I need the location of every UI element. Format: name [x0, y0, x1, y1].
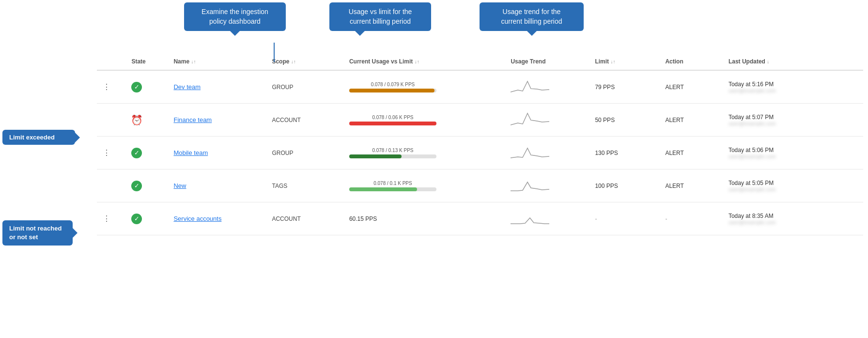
callout-usage-vs-limit-text: Usage vs limit for thecurrent billing pe… [349, 8, 412, 25]
check-icon: ✓ [131, 214, 142, 224]
row-state: ✓ [125, 137, 168, 169]
callout-limit-exceeded-text: Limit exceeded [9, 134, 55, 141]
row-usage: 0.078 / 0.1 K PPS [343, 169, 505, 202]
row-scope: TAGS [266, 169, 343, 202]
updated-email: user@example.com [728, 121, 857, 126]
limit-sort-icon: ↓↑ [610, 59, 615, 64]
row-dots-menu[interactable]: ⋮ [97, 137, 125, 169]
table-row: ⋮✓Service accountsACCOUNT60.15 PPS -- To… [97, 202, 863, 235]
policy-name-link[interactable]: Finance team [173, 116, 212, 123]
row-limit: 130 PPS [589, 137, 659, 169]
action-value: ALERT [665, 117, 683, 123]
callout-ingestion-text: Examine the ingestion policy dashboard [202, 8, 268, 25]
usage-bar-label: 0.078 / 0.079 K PPS [349, 82, 436, 87]
limit-value: 50 PPS [595, 117, 615, 123]
row-state: ⏰ [125, 104, 168, 137]
table-row: ⋮✓Mobile teamGROUP 0.078 / 0.13 K PPS 13… [97, 137, 863, 169]
policy-name-link[interactable]: Service accounts [173, 215, 221, 222]
callout-limit-not-reached-text: Limit not reachedor not set [9, 225, 62, 241]
limit-value: 79 PPS [595, 84, 615, 91]
row-dots-menu [97, 104, 125, 137]
col-header-action: Action [659, 53, 723, 70]
row-name[interactable]: Dev team [168, 70, 266, 104]
row-limit: 100 PPS [589, 169, 659, 202]
updated-email: user@example.com [728, 154, 857, 159]
usage-bar-fill [349, 122, 436, 125]
row-dots-menu [97, 169, 125, 202]
action-value: ALERT [665, 183, 683, 189]
action-value: - [665, 215, 667, 222]
row-limit: 79 PPS [589, 70, 659, 104]
dots-icon[interactable]: ⋮ [103, 215, 111, 223]
updated-email: user@example.com [728, 186, 857, 192]
col-header-limit[interactable]: Limit ↓↑ [589, 53, 659, 70]
usage-bar-track [349, 122, 436, 125]
usage-bar-fill [349, 89, 434, 92]
row-usage: 0.078 / 0.06 K PPS [343, 104, 505, 137]
col-header-state: State [125, 53, 168, 70]
callout-usage-trend: Usage trend for thecurrent billing perio… [480, 2, 584, 31]
policy-name-link[interactable]: Dev team [173, 83, 201, 91]
check-icon: ✓ [131, 148, 142, 158]
row-dots-menu[interactable]: ⋮ [97, 70, 125, 104]
scope-value: ACCOUNT [272, 117, 300, 123]
row-trend [505, 104, 589, 137]
usage-bar: 0.078 / 0.13 K PPS [349, 148, 436, 158]
row-name[interactable]: Service accounts [168, 202, 266, 235]
scope-value: TAGS [272, 183, 287, 189]
usage-bar: 0.078 / 0.1 K PPS [349, 181, 436, 191]
limit-value: 130 PPS [595, 150, 618, 156]
usage-bar-fill [349, 154, 402, 158]
usage-bar-label: 0.078 / 0.06 K PPS [349, 115, 436, 120]
col-header-name[interactable]: Name ↓↑ [168, 53, 266, 70]
row-usage: 0.078 / 0.079 K PPS [343, 70, 505, 104]
updated-datetime: Today at 5:06 PM [728, 147, 857, 154]
row-action[interactable]: ALERT [659, 169, 723, 202]
row-name[interactable]: New [168, 169, 266, 202]
usage-bar-track [349, 89, 436, 92]
row-action[interactable]: ALERT [659, 137, 723, 169]
updated-datetime: Today at 5:07 PM [728, 114, 857, 121]
row-last-updated: Today at 5:06 PM user@example.com [723, 137, 863, 169]
sparkline-chart [511, 208, 549, 228]
row-action[interactable]: ALERT [659, 104, 723, 137]
policy-name-link[interactable]: Mobile team [173, 149, 208, 156]
updated-datetime: Today at 5:16 PM [728, 81, 857, 88]
table-header-row: State Name ↓↑ Scope ↓↑ Current Usage vs … [97, 53, 863, 70]
policy-name-link[interactable]: New [173, 182, 186, 189]
updated-datetime: Today at 8:35 AM [728, 213, 857, 219]
table-row: ✓NewTAGS 0.078 / 0.1 K PPS 100 PPSALERT … [97, 169, 863, 202]
row-dots-menu[interactable]: ⋮ [97, 202, 125, 235]
row-state: ✓ [125, 70, 168, 104]
callout-usage-vs-limit: Usage vs limit for thecurrent billing pe… [329, 2, 431, 31]
row-state: ✓ [125, 169, 168, 202]
row-name[interactable]: Mobile team [168, 137, 266, 169]
usage-sort-icon: ↓↑ [415, 59, 419, 64]
row-state: ✓ [125, 202, 168, 235]
row-scope: ACCOUNT [266, 202, 343, 235]
col-header-trend: Usage Trend [505, 53, 589, 70]
row-last-updated: Today at 5:07 PM user@example.com [723, 104, 863, 137]
row-scope: GROUP [266, 137, 343, 169]
action-value: ALERT [665, 150, 683, 156]
col-header-dots [97, 53, 125, 70]
dots-icon[interactable]: ⋮ [103, 149, 111, 157]
row-action: - [659, 202, 723, 235]
col-header-updated[interactable]: Last Updated ↓ [723, 53, 863, 70]
check-icon: ✓ [131, 181, 142, 191]
scope-sort-icon: ↓↑ [291, 59, 296, 64]
updated-sort-icon: ↓ [767, 59, 769, 64]
table-row: ⏰Finance teamACCOUNT 0.078 / 0.06 K PPS … [97, 104, 863, 137]
limit-value: - [595, 215, 597, 222]
col-header-scope[interactable]: Scope ↓↑ [266, 53, 343, 70]
usage-bar-label: 0.078 / 0.13 K PPS [349, 148, 436, 153]
row-name[interactable]: Finance team [168, 104, 266, 137]
row-last-updated: Today at 8:35 AM user@example.com [723, 202, 863, 235]
usage-bar: 0.078 / 0.06 K PPS [349, 115, 436, 125]
row-action[interactable]: ALERT [659, 70, 723, 104]
dots-icon[interactable]: ⋮ [103, 83, 111, 91]
usage-bar: 0.078 / 0.079 K PPS [349, 82, 436, 92]
action-value: ALERT [665, 84, 683, 91]
check-icon: ✓ [131, 82, 142, 92]
col-header-usage[interactable]: Current Usage vs Limit ↓↑ [343, 53, 505, 70]
